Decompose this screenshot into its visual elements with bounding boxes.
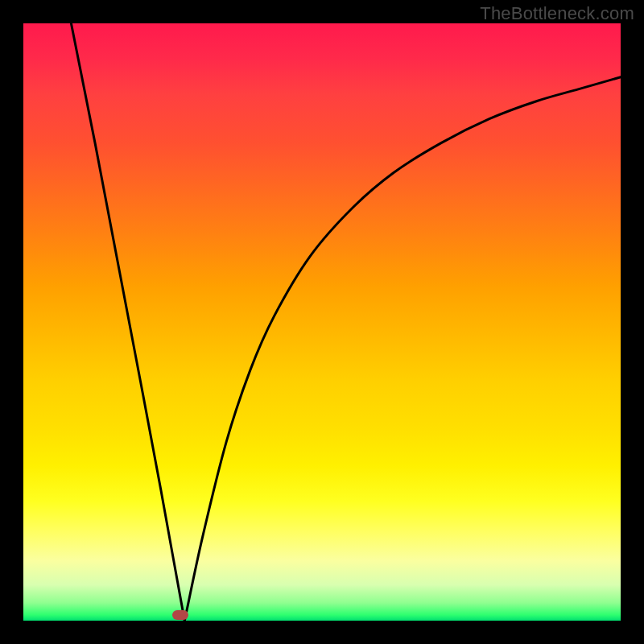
watermark-text: TheBottleneck.com: [480, 3, 634, 24]
curve-layer: [23, 23, 621, 621]
curve-left-branch: [71, 23, 184, 621]
curve-right-branch: [184, 77, 621, 621]
optimal-point-marker: [172, 610, 188, 620]
